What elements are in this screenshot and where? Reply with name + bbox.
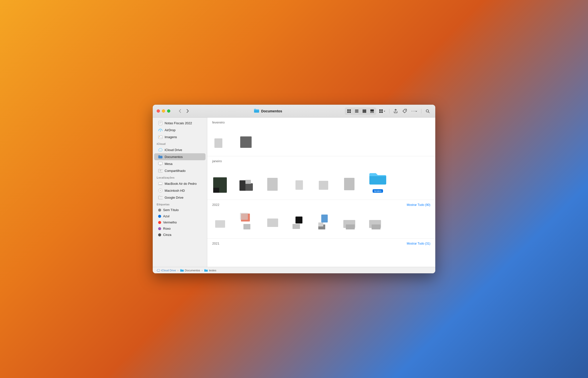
sidebar-section-icloud: iCloud [153,140,207,146]
status-bar: iCloud Drive › Documentos › testes [153,267,435,273]
sidebar-item-airdrop[interactable]: AirDrop [154,126,206,133]
sidebar-label-mesa: Mesa [165,162,173,166]
breadcrumb-icloud[interactable]: iCloud Drive [157,269,176,272]
show-all-2022[interactable]: Mostrar Tudo (90) [407,203,430,207]
view-gallery-button[interactable] [368,108,376,114]
file-grid-janeiro: testes [207,165,435,198]
svg-rect-10 [370,109,374,112]
sidebar-item-documentos[interactable]: Documentos [154,153,206,160]
sidebar-item-macintosh[interactable]: Macintosh HD [154,187,206,194]
list-item[interactable]: testes [367,167,389,194]
sidebar-item-compartilhado[interactable]: Compartilhado [154,167,206,174]
monitor-icon [158,161,163,166]
sidebar-item-mesa[interactable]: Mesa [154,160,206,167]
svg-rect-0 [347,109,349,111]
file-thumbnail [291,173,310,193]
list-item[interactable] [264,211,286,232]
show-all-2021[interactable]: Mostrar Tudo (31) [407,242,430,245]
svg-rect-7 [363,109,364,113]
breadcrumb-testes[interactable]: testes [204,269,216,272]
title-bar: Documentos [153,105,435,118]
file-name-testes: testes [373,189,383,193]
view-list-button[interactable] [353,108,360,114]
maximize-button[interactable] [167,109,170,113]
view-grid-button[interactable] [345,108,353,114]
list-item[interactable] [264,172,286,194]
breadcrumb-label-documentos: Documentos [185,269,200,272]
file-thumbnail [291,212,310,231]
list-item[interactable] [290,211,311,232]
tag-button[interactable] [401,108,408,114]
airdrop-icon [158,128,163,132]
sidebar-item-azul[interactable]: Azul [154,213,206,219]
list-item[interactable] [341,211,363,232]
nav-buttons [176,108,191,114]
back-button[interactable] [176,108,183,114]
laptop-icon [158,181,163,186]
sidebar-item-sem-titulo[interactable]: Sem Título [154,207,206,213]
finder-window: Documentos [153,105,435,273]
toolbar-right: ··· [345,107,431,115]
folder-icon-title [254,108,259,114]
svg-rect-17 [381,111,383,113]
sidebar-item-cinza[interactable]: Cinza [154,232,206,238]
file-thumbnail [368,212,388,231]
list-item[interactable] [315,211,337,232]
list-item[interactable] [315,172,337,194]
sidebar-item-google-drive[interactable]: Google Drive [154,194,206,201]
icloud-breadcrumb-icon [157,269,160,272]
section-2021-title: 2021 [212,242,219,245]
list-item[interactable] [290,172,311,194]
shared-icon [158,168,163,173]
view-more-button[interactable] [378,108,387,114]
folder-breadcrumb-icon-2 [204,269,208,272]
breadcrumb-label-testes: testes [209,269,216,272]
sidebar-item-notas-fiscais[interactable]: Notas Fiscais 2022 [154,120,206,126]
list-item[interactable] [212,172,234,194]
file-thumbnail [239,212,259,231]
sidebar-label-cinza: Cinza [163,233,171,237]
svg-rect-1 [349,109,351,111]
list-item[interactable] [212,211,234,232]
sidebar-item-vermelho[interactable]: Vermelho [154,219,206,225]
drive-icon [158,188,163,193]
minimize-button[interactable] [162,109,165,113]
svg-rect-12 [372,112,373,113]
list-item[interactable] [238,128,260,150]
file-thumbnail [213,129,233,149]
sidebar-item-macbook[interactable]: MacBook Air do Pedro [154,180,206,187]
svg-rect-3 [349,111,351,113]
tag-dot-sem-titulo [158,209,161,212]
section-2022-header: 2022 Mostrar Tudo (90) [207,200,435,209]
section-fevereiro: fevereiro [207,118,435,156]
sidebar-label-google-drive: Google Drive [165,196,183,199]
list-item[interactable] [238,172,260,194]
tag-dot-cinza [158,233,161,236]
list-item[interactable] [238,211,260,232]
sidebar-label-azul: Azul [163,214,169,218]
file-grid-2022 [207,209,435,236]
svg-rect-9 [365,109,366,113]
file-grid-fevereiro [207,126,435,154]
view-column-button[interactable] [361,108,368,114]
breadcrumb-documentos[interactable]: Documentos [180,269,200,272]
file-browser: fevereiro [207,118,435,267]
list-item[interactable] [341,172,363,194]
svg-rect-8 [364,109,365,113]
list-item[interactable] [367,211,389,232]
more-options-button[interactable]: ··· [410,108,419,114]
share-button[interactable] [392,108,399,114]
list-item[interactable] [212,128,234,150]
file-thumbnail [316,212,336,231]
sidebar-item-roxo[interactable]: Roxo [154,225,206,232]
file-thumbnail [265,173,285,193]
search-button[interactable] [424,108,431,114]
svg-rect-4 [355,110,358,110]
file-thumbnail [265,212,285,231]
sidebar-section-localizacoes: Localizações [153,174,207,180]
sidebar-item-imagens[interactable]: Imagens [154,133,206,140]
close-button[interactable] [157,109,160,113]
forward-button[interactable] [184,108,191,114]
sidebar-item-icloud-drive[interactable]: iCloud Drive [154,146,206,153]
file-thumbnail [213,212,233,231]
